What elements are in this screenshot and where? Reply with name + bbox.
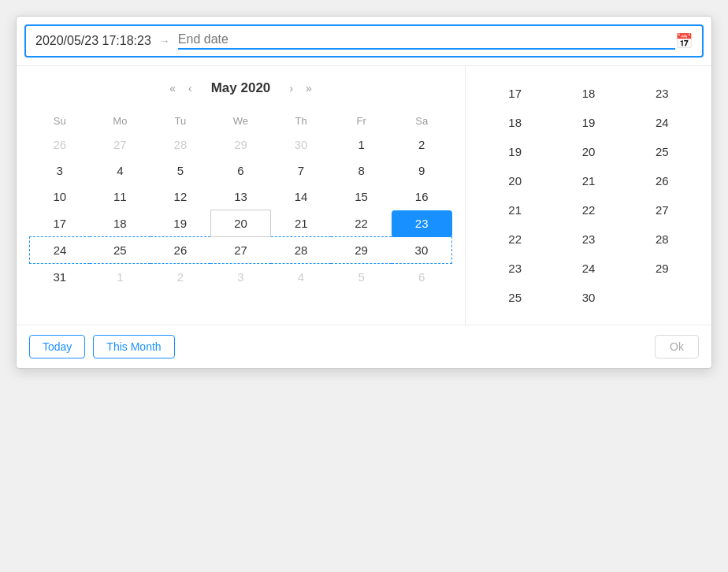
weekday-header: Tu	[150, 110, 211, 132]
calendar-day[interactable]: 9	[392, 158, 452, 184]
calendar-day[interactable]: 1	[331, 132, 392, 158]
calendar-day[interactable]: 17	[30, 210, 91, 237]
end-date-input[interactable]	[178, 32, 675, 50]
calendar-day[interactable]: 15	[331, 184, 392, 210]
calendar-day[interactable]: 29	[331, 237, 392, 264]
calendar-day[interactable]: 26	[30, 132, 91, 158]
prev-month-button[interactable]: ‹	[182, 79, 199, 98]
calendar-day[interactable]: 22	[331, 210, 392, 237]
time-cell[interactable]: 24	[552, 254, 625, 283]
start-date-input[interactable]: 2020/05/23 17:18:23	[35, 34, 151, 48]
calendar-body: « ‹ May 2020 › » SuMoTuWeThFrSa 26272829…	[17, 65, 711, 325]
time-cell[interactable]: 21	[478, 195, 552, 225]
calendar-day[interactable]: 21	[271, 210, 332, 237]
time-cell[interactable]: 22	[552, 195, 625, 225]
calendar-day[interactable]: 28	[150, 132, 211, 158]
time-cell[interactable]: 25	[478, 283, 552, 312]
today-button[interactable]: Today	[29, 335, 85, 358]
time-row: 212227	[478, 195, 699, 225]
time-cell[interactable]: 26	[626, 166, 699, 195]
calendar-week-row: 17181920212223	[30, 210, 452, 237]
calendar-day[interactable]: 19	[150, 210, 211, 237]
calendar-day[interactable]: 2	[150, 264, 211, 291]
time-cell[interactable]: 23	[626, 79, 699, 108]
time-cell[interactable]: 22	[478, 225, 552, 254]
arrow-icon: →	[159, 35, 170, 47]
weekday-header: Mo	[90, 110, 150, 132]
time-cell[interactable]: 24	[626, 108, 699, 137]
calendar-day[interactable]: 11	[90, 184, 150, 210]
calendar-day[interactable]: 27	[210, 237, 271, 264]
time-cell[interactable]: 28	[626, 225, 699, 254]
next-year-button[interactable]: »	[299, 79, 318, 98]
calendar-day[interactable]: 28	[271, 237, 332, 264]
time-row: 171823	[478, 79, 699, 108]
calendar-day[interactable]: 10	[30, 184, 91, 210]
time-cell[interactable]: 27	[626, 195, 699, 225]
calendar-day[interactable]: 3	[30, 158, 91, 184]
calendar-day[interactable]: 16	[392, 184, 452, 210]
calendar-day[interactable]: 6	[392, 264, 452, 291]
calendar-day[interactable]: 12	[150, 184, 211, 210]
time-row: 192025	[478, 137, 699, 166]
time-cell[interactable]: 25	[626, 137, 699, 166]
calendar-week-row: 24252627282930	[30, 237, 452, 264]
calendar-day[interactable]: 25	[90, 237, 150, 264]
calendar-day[interactable]: 6	[210, 158, 271, 184]
time-cell[interactable]: 23	[552, 225, 625, 254]
calendar-day[interactable]: 24	[30, 237, 91, 264]
calendar-week-row: 31123456	[30, 264, 452, 291]
calendar-day[interactable]: 26	[150, 237, 211, 264]
calendar-day[interactable]: 31	[30, 264, 91, 291]
calendar-day[interactable]: 5	[331, 264, 392, 291]
calendar-day[interactable]: 7	[271, 158, 332, 184]
footer: Today This Month Ok	[17, 325, 711, 368]
time-table: 1718231819241920252021262122272223282324…	[478, 79, 699, 312]
time-cell[interactable]: 21	[552, 166, 625, 195]
time-cell[interactable]: 23	[478, 254, 552, 283]
time-cell[interactable]: 29	[626, 254, 699, 283]
time-row: 181924	[478, 108, 699, 137]
time-cell[interactable]: 18	[552, 79, 625, 108]
calendar-day[interactable]: 2	[392, 132, 452, 158]
calendar-day[interactable]: 8	[331, 158, 392, 184]
time-cell[interactable]: 17	[478, 79, 552, 108]
time-row: 2530	[478, 283, 699, 312]
calendar-day[interactable]: 18	[90, 210, 150, 237]
calendar-icon[interactable]: 📅	[675, 32, 693, 50]
next-month-button[interactable]: ›	[283, 79, 299, 98]
left-calendar: « ‹ May 2020 › » SuMoTuWeThFrSa 26272829…	[17, 66, 466, 325]
calendar-day[interactable]: 23	[392, 210, 452, 237]
month-year-label: May 2020	[211, 80, 271, 96]
time-row: 202126	[478, 166, 699, 195]
calendar-day[interactable]: 13	[210, 184, 271, 210]
calendar-day[interactable]: 4	[90, 158, 150, 184]
time-panel: 1718231819241920252021262122272223282324…	[466, 66, 711, 325]
weekday-header: Fr	[331, 110, 392, 132]
calendar-day[interactable]: 1	[90, 264, 150, 291]
date-input-row: 2020/05/23 17:18:23 → 📅	[24, 24, 704, 58]
calendar-day[interactable]: 30	[271, 132, 332, 158]
calendar-day[interactable]: 4	[271, 264, 332, 291]
ok-button[interactable]: Ok	[655, 335, 699, 358]
calendar-day[interactable]: 3	[210, 264, 271, 291]
calendar-day[interactable]: 30	[392, 237, 452, 264]
weekday-header: We	[210, 110, 271, 132]
time-cell[interactable]: 20	[478, 166, 552, 195]
time-cell[interactable]: 18	[478, 108, 552, 137]
time-cell[interactable]: 19	[478, 137, 552, 166]
calendar-day[interactable]: 27	[90, 132, 150, 158]
time-cell[interactable]: 20	[552, 137, 625, 166]
prev-year-button[interactable]: «	[163, 79, 182, 98]
time-cell[interactable]: 19	[552, 108, 625, 137]
calendar-day[interactable]: 14	[271, 184, 332, 210]
calendar-day[interactable]: 20	[210, 210, 271, 237]
calendar-header: « ‹ May 2020 › »	[29, 79, 452, 98]
time-cell[interactable]: 30	[552, 283, 625, 312]
calendar-day[interactable]: 29	[210, 132, 271, 158]
time-cell[interactable]	[626, 283, 699, 312]
calendar-day[interactable]: 5	[150, 158, 211, 184]
weekday-header: Th	[271, 110, 332, 132]
this-month-button[interactable]: This Month	[93, 335, 174, 358]
footer-left: Today This Month	[29, 335, 175, 358]
